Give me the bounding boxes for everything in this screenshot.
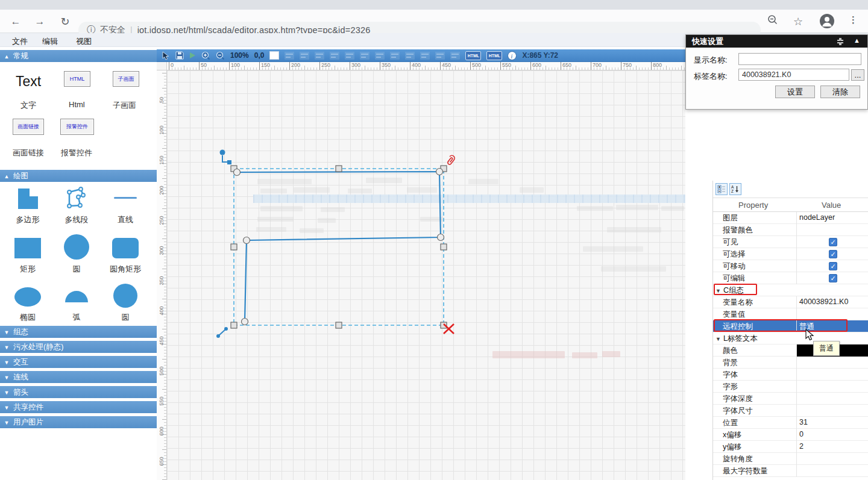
checkbox-checked-icon[interactable]: ✓ [829,238,837,246]
attachment-paperclip-icon[interactable] [445,154,456,165]
section-collapsed-6[interactable]: ▼用户图片 [0,416,157,428]
delete-x-icon[interactable] [444,324,454,334]
property-value[interactable]: 2 [799,442,804,450]
tag-name-input[interactable] [738,69,849,81]
property-row-21[interactable]: 最大字符数量 [713,465,868,477]
property-row-15[interactable]: 字体深度 [713,393,868,405]
save-icon[interactable] [175,51,184,60]
browser-menu-icon[interactable]: ⋮ [849,14,858,25]
section-draw[interactable]: ▲绘图 [0,170,157,182]
property-row-13[interactable]: 字体 [713,369,868,381]
browse-button[interactable]: ... [851,69,864,81]
group-expand-icon[interactable]: ▼ [715,288,721,294]
tool-alarm-control[interactable]: 报警控件 [60,119,94,135]
menu-edit[interactable]: 编辑 [39,35,61,48]
draw-tool-ellipse[interactable]: 椭圆 [4,283,52,323]
property-row-14[interactable]: 字形 [713,381,868,393]
checkbox-checked-icon[interactable]: ✓ [829,250,837,258]
zoom-in-icon[interactable] [201,51,210,60]
tool-subscreen[interactable]: 子画面 [113,71,139,87]
tool-text[interactable]: Text [16,73,41,90]
property-row-2[interactable]: 可见✓ [713,236,868,248]
back-icon[interactable]: ← [8,14,23,29]
forward-icon[interactable]: → [33,14,47,29]
display-name-input[interactable] [738,53,861,65]
property-row-group[interactable]: ▼C组态 [713,284,868,296]
draw-tool-circle2[interactable]: 圆 [101,283,149,323]
group-expand-icon[interactable]: ▼ [715,336,721,342]
draw-tool-rect[interactable]: 矩形 [4,235,52,275]
section-general[interactable]: ▲常规 [0,50,157,62]
draw-tool-arc[interactable]: 弧 [52,283,101,323]
align-tool-icon-9[interactable] [420,52,430,60]
align-tool-icon-5[interactable] [360,52,370,60]
property-row-19[interactable]: y偏移2 [713,441,868,453]
property-row-0[interactable]: 图层nodeLayer [713,212,868,224]
export-html-icon[interactable]: HTML [465,51,481,60]
categorized-view-icon[interactable] [715,183,728,195]
property-row-4[interactable]: 可移动✓ [713,260,868,272]
draw-tool-line[interactable]: 直线 [101,185,149,225]
align-tool-icon-0[interactable] [285,52,294,60]
property-row-3[interactable]: 可选择✓ [713,248,868,260]
selected-polyline-shape[interactable] [167,70,685,480]
property-row-7[interactable]: 变量名称400038921.K0 [713,296,868,308]
zoom-out-icon[interactable] [216,51,225,60]
run-icon[interactable] [189,52,196,59]
section-collapsed-0[interactable]: ▼组态 [0,326,157,338]
drawing-canvas[interactable] [167,70,685,480]
dock-icon[interactable] [836,37,844,48]
sort-az-icon[interactable]: AZ [729,183,741,195]
set-button[interactable]: 设置 [775,86,815,98]
property-row-16[interactable]: 字体尺寸 [713,405,868,417]
section-collapsed-2[interactable]: ▼交互 [0,356,157,368]
align-tool-icon-2[interactable] [315,52,324,60]
property-row-17[interactable]: 位置31 [713,417,868,429]
section-collapsed-1[interactable]: ▼污水处理(静态) [0,341,157,353]
property-value[interactable]: 400038921.K0 [799,298,848,306]
align-tool-icon-6[interactable] [375,52,385,60]
section-collapsed-4[interactable]: ▼箭头 [0,386,157,398]
align-tool-icon-10[interactable] [435,52,445,60]
profile-avatar[interactable] [820,14,834,28]
draw-tool-polyline[interactable]: 多线段 [52,185,101,225]
property-row-11[interactable]: 颜色 [713,344,868,357]
checkbox-checked-icon[interactable]: ✓ [829,274,837,282]
property-value[interactable]: 0 [799,430,804,438]
reload-icon[interactable]: ↻ [58,14,72,29]
align-tool-icon-11[interactable] [450,52,460,60]
align-tool-icon-7[interactable] [390,52,400,60]
property-row-5[interactable]: 可编辑✓ [713,272,868,284]
property-value[interactable]: 31 [799,418,808,426]
align-tool-icon-3[interactable] [330,52,339,60]
tool-html[interactable]: HTML [64,71,90,87]
clear-button[interactable]: 清除 [820,86,860,98]
property-row-1[interactable]: 报警颜色 [713,224,868,236]
draw-tool-polygon[interactable]: 多边形 [4,185,52,225]
section-collapsed-3[interactable]: ▼连线 [0,371,157,383]
menu-view[interactable]: 视图 [72,35,95,48]
page-background-icon[interactable] [269,51,279,60]
property-row-group[interactable]: ▼L标签文本 [713,332,868,344]
property-row-18[interactable]: x偏移0 [713,429,868,441]
align-tool-icon-4[interactable] [345,52,354,60]
section-collapsed-5[interactable]: ▼共享控件 [0,401,157,413]
collapse-panel-icon[interactable]: ▲ [854,37,860,44]
select-cursor-icon[interactable] [162,51,170,60]
draw-tool-circle[interactable]: 圆 [52,235,101,275]
bookmark-star-icon[interactable]: ☆ [791,14,805,29]
zoom-out-page-icon[interactable] [766,14,780,29]
property-row-20[interactable]: 旋转角度 [713,453,868,465]
tool-screen-link[interactable]: 画面链接 [13,119,44,135]
align-tool-icon-1[interactable] [300,52,309,60]
property-row-12[interactable]: 背景 [713,357,868,369]
checkbox-checked-icon[interactable]: ✓ [829,262,837,270]
export-html-2-icon[interactable]: HTML [486,51,502,60]
draw-tool-roundrect[interactable]: 圆角矩形 [101,235,149,275]
property-row-8[interactable]: 变量值 [713,308,868,320]
property-row-9[interactable]: 远程控制普通 [713,320,868,332]
property-value[interactable]: nodeLayer [799,213,835,222]
menu-file[interactable]: 文件 [8,35,31,48]
align-tool-icon-8[interactable] [405,52,415,60]
info-icon[interactable]: i [508,51,517,60]
